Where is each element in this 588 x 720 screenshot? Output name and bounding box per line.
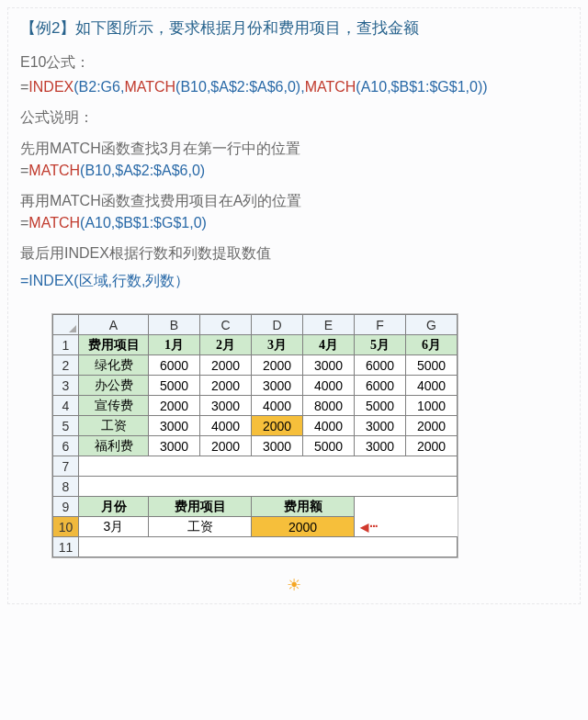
table-row: 5 工资 3000 4000 2000 4000 3000 2000: [53, 416, 458, 436]
row-header[interactable]: 8: [53, 477, 79, 497]
cell[interactable]: 工资: [149, 517, 252, 537]
cell[interactable]: 2月: [200, 335, 252, 355]
col-header[interactable]: E: [303, 315, 355, 335]
cell[interactable]: 8000: [303, 396, 355, 416]
cell[interactable]: 3000: [252, 436, 303, 456]
col-header-row: A B C D E F G: [53, 315, 458, 335]
cell[interactable]: 2000: [149, 396, 200, 416]
cell[interactable]: 3000: [355, 436, 406, 456]
explain-3: 最后用INDEX根据行数和列数提取数值: [20, 242, 568, 264]
cell[interactable]: 6000: [355, 355, 406, 376]
cell[interactable]: 1000: [406, 396, 458, 416]
cell[interactable]: 6000: [355, 376, 406, 396]
lookup-result-row: 10 3月 工资 2000 ···: [53, 517, 458, 537]
example-title: 【例2】如下图所示，要求根据月份和费用项目，查找金额: [20, 17, 568, 40]
row-header[interactable]: 3: [53, 376, 79, 396]
cell[interactable]: 6000: [149, 355, 200, 376]
cell[interactable]: 3000: [149, 416, 200, 436]
cell[interactable]: 2000: [200, 436, 252, 456]
cell[interactable]: 5000: [149, 376, 200, 396]
cell[interactable]: 费用项目: [149, 497, 252, 517]
row-header[interactable]: 6: [53, 436, 79, 456]
cell[interactable]: 工资: [79, 416, 149, 436]
cell[interactable]: 4000: [200, 416, 252, 436]
cell[interactable]: 4000: [303, 376, 355, 396]
explain-2: 再用MATCH函数查找费用项目在A列的位置: [20, 190, 568, 212]
formula-e10: =INDEX(B2:G6,MATCH(B10,$A$2:$A$6,0),MATC…: [20, 76, 568, 97]
cell[interactable]: 4000: [252, 396, 303, 416]
cell[interactable]: 4000: [303, 416, 355, 436]
formula-match-row: =MATCH(B10,$A$2:$A$6,0): [20, 160, 568, 181]
cell[interactable]: 3000: [303, 355, 355, 376]
cell[interactable]: 6月: [406, 335, 458, 355]
cell[interactable]: 1月: [149, 335, 200, 355]
explain-1: 先用MATCH函数查找3月在第一行中的位置: [20, 138, 568, 160]
cell[interactable]: [79, 456, 458, 477]
cell[interactable]: 3月: [252, 335, 303, 355]
col-header[interactable]: A: [79, 315, 149, 335]
row-header-selected[interactable]: 10: [53, 517, 79, 537]
cell[interactable]: 3000: [252, 376, 303, 396]
table-row: 3 办公费 5000 2000 3000 4000 6000 4000: [53, 376, 458, 396]
explain-label: 公式说明：: [20, 107, 568, 129]
col-header[interactable]: G: [406, 315, 458, 335]
table-row: 6 福利费 3000 2000 3000 5000 3000 2000: [53, 436, 458, 456]
cell[interactable]: 月份: [79, 497, 149, 517]
cell[interactable]: 5000: [355, 396, 406, 416]
cell[interactable]: 5000: [303, 436, 355, 456]
row-header[interactable]: 11: [53, 537, 79, 557]
formula-index-generic: =INDEX(区域,行数,列数）: [20, 272, 568, 291]
cell[interactable]: 4000: [406, 376, 458, 396]
col-header[interactable]: B: [149, 315, 200, 335]
cell[interactable]: 费用项目: [79, 335, 149, 355]
col-header[interactable]: C: [200, 315, 252, 335]
arrow-icon: ···: [355, 517, 458, 537]
cell[interactable]: 福利费: [79, 436, 149, 456]
row-header[interactable]: 5: [53, 416, 79, 436]
cell-highlight[interactable]: 2000: [252, 416, 303, 436]
cell[interactable]: [79, 477, 458, 497]
header-row: 1 费用项目 1月 2月 3月 4月 5月 6月: [53, 335, 458, 355]
cell[interactable]: 3000: [200, 396, 252, 416]
cell[interactable]: 费用额: [252, 497, 355, 517]
cell[interactable]: 绿化费: [79, 355, 149, 376]
cell[interactable]: 5月: [355, 335, 406, 355]
cell[interactable]: 3月: [79, 517, 149, 537]
cell[interactable]: 2000: [200, 376, 252, 396]
cell-result[interactable]: 2000: [252, 517, 355, 537]
row-header[interactable]: 4: [53, 396, 79, 416]
cell[interactable]: [355, 497, 458, 517]
cell[interactable]: 3000: [149, 436, 200, 456]
table-row-empty: 8: [53, 477, 458, 497]
sun-icon: ☀: [20, 575, 568, 595]
cell[interactable]: 办公费: [79, 376, 149, 396]
cell[interactable]: 2000: [406, 416, 458, 436]
spreadsheet: A B C D E F G 1 费用项目 1月 2月 3月 4月 5月 6月 2…: [51, 313, 568, 562]
cell[interactable]: 2000: [252, 355, 303, 376]
select-all-corner[interactable]: [53, 315, 79, 335]
cell[interactable]: 3000: [355, 416, 406, 436]
table-row: 4 宣传费 2000 3000 4000 8000 5000 1000: [53, 396, 458, 416]
cell[interactable]: 4月: [303, 335, 355, 355]
col-header[interactable]: F: [355, 315, 406, 335]
row-header[interactable]: 9: [53, 497, 79, 517]
formula-header: E10公式：: [20, 53, 568, 73]
spreadsheet-table: A B C D E F G 1 费用项目 1月 2月 3月 4月 5月 6月 2…: [52, 314, 458, 557]
cell[interactable]: [79, 537, 458, 557]
cell[interactable]: 5000: [406, 355, 458, 376]
row-header[interactable]: 7: [53, 456, 79, 477]
table-row: 2 绿化费 6000 2000 2000 3000 6000 5000: [53, 355, 458, 376]
formula-match-col: =MATCH(A10,$B$1:$G$1,0): [20, 212, 568, 233]
table-row-empty: 7: [53, 456, 458, 477]
cell[interactable]: 宣传费: [79, 396, 149, 416]
row-header[interactable]: 1: [53, 335, 79, 355]
lookup-header-row: 9 月份 费用项目 费用额: [53, 497, 458, 517]
table-row-empty: 11: [53, 537, 458, 557]
cell[interactable]: 2000: [200, 355, 252, 376]
cell[interactable]: 2000: [406, 436, 458, 456]
row-header[interactable]: 2: [53, 355, 79, 376]
col-header[interactable]: D: [252, 315, 303, 335]
